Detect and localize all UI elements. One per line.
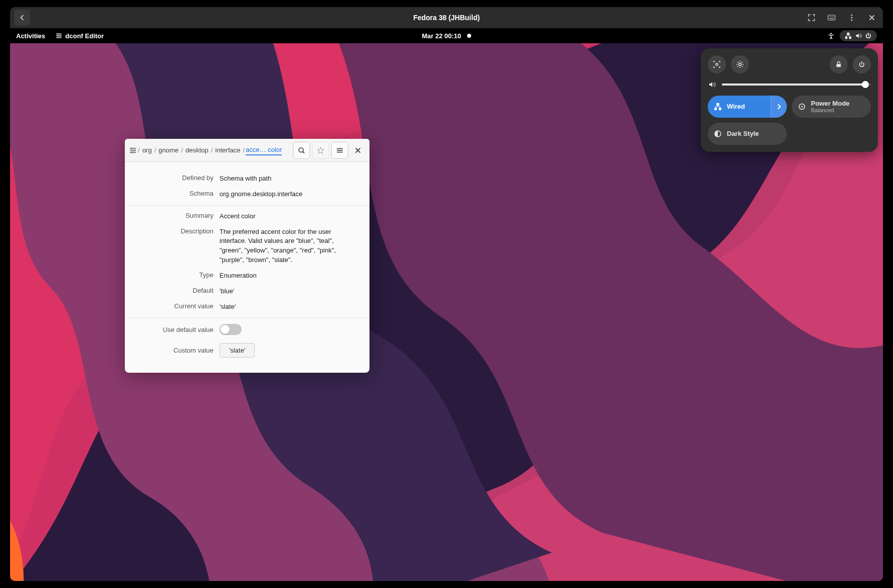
lock-button[interactable] [830,55,848,73]
svg-point-3 [832,16,833,17]
dconf-body: Defined bySchema with path Schemaorg.gno… [125,162,369,373]
description-label: Description [134,227,219,265]
wired-toggle[interactable]: Wired [708,96,787,118]
description-value: The preferred accent color for the user … [219,227,360,265]
volume-icon [708,80,716,89]
screenshot-button[interactable] [708,55,726,73]
svg-rect-13 [847,33,849,35]
svg-point-2 [831,16,832,17]
hamburger-icon [336,147,343,154]
dconf-headerbar: / org / gnome / desktop / interface / ac… [125,139,369,162]
breadcrumb-interface[interactable]: interface [214,145,242,155]
hamburger-menu-button[interactable] [331,142,348,159]
power-mode-toggle[interactable]: Power Mode Balanced [792,96,871,118]
lock-icon [835,61,842,68]
svg-rect-15 [849,37,851,39]
clock-text: Mar 22 00:10 [422,32,461,40]
volume-row [708,80,871,89]
chevron-right-icon [776,104,782,110]
wired-expand[interactable] [771,96,787,118]
menu-button[interactable] [845,11,859,25]
schema-label: Schema [134,190,219,199]
default-value: 'blue' [219,287,360,296]
search-icon [298,147,305,154]
type-label: Type [134,271,219,281]
star-icon [317,147,324,154]
wired-label: Wired [727,103,745,110]
breadcrumb-desktop[interactable]: desktop [184,145,210,155]
use-default-toggle[interactable] [219,324,242,335]
clock-button[interactable]: Mar 22 00:10 [422,32,471,40]
quick-settings-panel: Wired Power Mode Balanced Dark Style [701,48,878,152]
search-button[interactable] [293,142,310,159]
power-mode-sub: Balanced [811,107,850,113]
svg-point-21 [716,63,718,65]
svg-point-11 [58,37,59,38]
svg-rect-26 [719,108,721,110]
network-wired-icon [845,32,852,39]
svg-point-8 [851,20,853,21]
power-icon [858,61,865,68]
type-value: Enumeration [219,271,360,281]
kebab-icon [851,14,853,21]
default-label: Default [134,287,219,296]
bookmark-button[interactable] [312,142,329,159]
dark-style-toggle[interactable]: Dark Style [708,123,787,145]
keyboard-icon [828,15,836,21]
titlebar-controls [804,11,879,25]
sliders-icon [55,32,62,39]
close-icon [869,15,875,21]
svg-point-6 [851,15,853,16]
close-window-button[interactable] [350,147,365,153]
svg-rect-25 [714,108,717,110]
keyboard-button[interactable] [825,11,839,25]
svg-point-22 [739,63,741,66]
dconf-editor-window: / org / gnome / desktop / interface / ac… [125,139,369,373]
network-wired-icon [714,103,722,111]
settings-button[interactable] [731,55,749,73]
activities-button[interactable]: Activities [16,32,45,40]
svg-point-7 [851,17,853,19]
gear-icon [736,60,744,68]
breadcrumb-current[interactable]: acce… color [246,146,282,155]
system-status-area[interactable] [840,30,877,41]
app-menu-label: dconf Editor [65,32,104,40]
defined-by-label: Defined by [134,174,219,184]
fullscreen-button[interactable] [804,11,818,25]
svg-point-4 [834,16,835,17]
svg-point-17 [131,147,132,149]
close-vm-button[interactable] [865,11,879,25]
svg-point-18 [134,149,135,151]
sliders-icon [129,146,137,154]
back-button[interactable] [14,10,30,26]
notification-dot-icon [467,34,471,38]
svg-point-10 [59,35,61,37]
power-icon [865,32,872,39]
gnome-topbar: Activities dconf Editor Mar 22 00:10 [10,28,883,43]
current-value: 'slate' [219,302,360,312]
volume-icon [855,32,862,39]
summary-value: Accent color [219,212,360,221]
current-label: Current value [134,302,219,312]
screenshot-icon [713,60,721,68]
power-menu-button[interactable] [853,55,871,73]
custom-value-button[interactable]: 'slate' [219,343,255,358]
titlebar: Fedora 38 (JHBuild) [10,7,883,28]
svg-point-1 [829,16,830,17]
desktop-area: / org / gnome / desktop / interface / ac… [10,43,883,581]
breadcrumb-gnome[interactable]: gnome [157,145,180,155]
dark-style-label: Dark Style [727,130,759,137]
dconf-breadcrumb[interactable]: / org / gnome / desktop / interface / ac… [129,145,291,155]
breadcrumb-org[interactable]: org [141,145,154,155]
app-menu[interactable]: dconf Editor [55,32,104,40]
custom-label: Custom value [134,347,219,354]
svg-rect-14 [845,37,847,39]
svg-rect-5 [830,18,834,19]
chevron-left-icon [19,14,26,21]
fullscreen-icon [808,14,815,21]
accessibility-icon[interactable] [828,32,835,39]
use-default-label: Use default value [134,326,219,333]
volume-slider[interactable] [722,83,871,86]
svg-point-19 [132,151,133,153]
power-mode-label: Power Mode [811,100,850,107]
